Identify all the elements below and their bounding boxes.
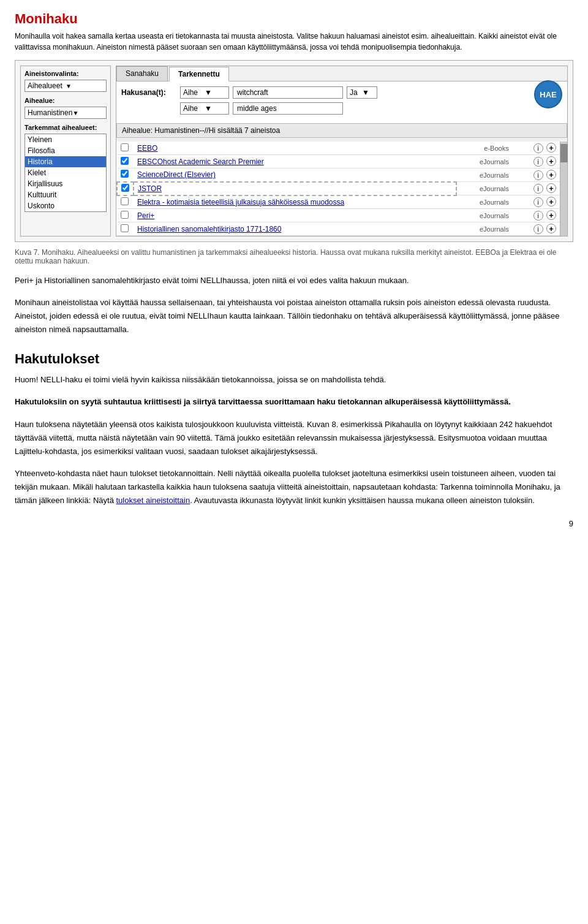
db-type-sciencedirect: eJournals	[456, 169, 512, 182]
db-type-ebsco: eJournals	[456, 155, 512, 169]
page-title: Monihaku	[15, 11, 573, 27]
aihealue-label: Aihealue:	[24, 97, 107, 104]
scrollbar[interactable]	[560, 142, 567, 236]
db-area: EEBO e-Books i + EBSCOhost Academic Sear…	[116, 142, 567, 236]
para3: Huom! NELLI-haku ei toimi vielä hyvin ka…	[15, 373, 573, 387]
scrollbar-thumb[interactable]	[560, 144, 568, 162]
list-item-filosofia[interactable]: Filosofia	[25, 145, 106, 156]
table-row: ScienceDirect (Elsevier) eJournals i +	[117, 169, 560, 182]
table-row: EBSCOhost Academic Search Premier eJourn…	[117, 155, 560, 169]
info-icon-peri[interactable]: i	[533, 211, 543, 221]
page-footer: 9	[15, 516, 573, 528]
table-row: Peri+ eJournals i +	[117, 209, 560, 222]
humanistinen-select[interactable]: Humanistinen ▼	[24, 107, 107, 119]
tarkemmat-label: Tarkemmat aihealueet:	[24, 124, 107, 131]
hakusanat-label: Hakusana(t):	[121, 88, 176, 97]
para5: Haun tuloksena näytetään yleensä otos ka…	[15, 418, 573, 458]
search-panel: Hakusana(t): Aihe ▼ Ja ▼	[116, 81, 567, 123]
list-item-historia[interactable]: Historia	[25, 156, 106, 167]
list-item-kulttuurit[interactable]: Kulttuurit	[25, 189, 106, 200]
info-icon-ebsco[interactable]: i	[533, 157, 543, 167]
tab-tarkennettu[interactable]: Tarkennettu	[169, 67, 229, 81]
db-checkbox-jstor[interactable]	[121, 184, 129, 192]
info-icon-historiallinen[interactable]: i	[533, 224, 543, 234]
table-row: Historiallinen sanomalehtikirjasto 1771-…	[117, 222, 560, 236]
aihealue-info: Aihealue: Humanistinen--//Hi sisältää 7 …	[116, 123, 567, 138]
table-row: EEBO e-Books i +	[117, 142, 560, 155]
plus-icon-peri[interactable]: +	[546, 210, 556, 220]
caption-text: Kuva 7. Monihaku. Aihealueeksi on valitt…	[15, 248, 573, 265]
db-type-historiallinen: eJournals	[456, 222, 512, 236]
info-icon-elektra[interactable]: i	[533, 197, 543, 207]
para6: Yhteenveto-kohdasta näet haun tulokset t…	[15, 467, 573, 507]
humanistinen-arrow-icon: ▼	[72, 110, 104, 116]
table-row: Elektra - kotimaisia tieteellisiä julkai…	[117, 195, 560, 209]
list-item-kielet[interactable]: Kielet	[25, 167, 106, 178]
tabs-row: Sanahaku Tarkennettu	[116, 66, 567, 81]
db-link-ebsco[interactable]: EBSCOhost Academic Search Premier	[137, 157, 264, 166]
intro-text: Monihaulla voit hakea samalla kertaa use…	[15, 31, 573, 53]
join-arrow-1-icon: ▼	[362, 88, 374, 97]
db-table: EEBO e-Books i + EBSCOhost Academic Sear…	[116, 142, 560, 236]
tulokset-aineistoittain-link[interactable]: tulokset aineistoittain	[116, 496, 190, 505]
aihealueet-select[interactable]: Aihealueet ▼	[24, 80, 107, 92]
db-type-eebo: e-Books	[456, 142, 512, 155]
plus-icon-ebsco[interactable]: +	[546, 156, 556, 166]
db-list: EEBO e-Books i + EBSCOhost Academic Sear…	[116, 142, 560, 236]
db-link-peri[interactable]: Peri+	[137, 211, 154, 220]
plus-icon-eebo[interactable]: +	[546, 143, 556, 153]
para1: Peri+ ja Historiallinen sanomalehtikirja…	[15, 274, 573, 287]
db-checkbox-eebo[interactable]	[121, 143, 129, 151]
db-checkbox-peri[interactable]	[121, 211, 129, 219]
hakutulokset-title: Hakutulokset	[15, 351, 573, 367]
info-icon-sciencedirect[interactable]: i	[533, 170, 543, 180]
db-type-peri: eJournals	[456, 209, 512, 222]
field-arrow-1-icon: ▼	[205, 88, 226, 97]
monihaku-ui: Aineistonvalinta: Aihealueet ▼ Aihealue:…	[15, 60, 573, 242]
db-link-historiallinen[interactable]: Historiallinen sanomalehtikirjasto 1771-…	[137, 225, 281, 233]
right-panel: Sanahaku Tarkennettu Hakusana(t): Aihe ▼…	[116, 66, 568, 237]
plus-icon-jstor[interactable]: +	[546, 183, 556, 193]
info-icon-eebo[interactable]: i	[533, 143, 543, 153]
para4: Hakutuloksiin on syytä suhtautua kriitti…	[15, 395, 573, 409]
db-type-elektra: eJournals	[456, 195, 512, 209]
join-select-1[interactable]: Ja ▼	[347, 86, 377, 99]
search-row-1: Hakusana(t): Aihe ▼ Ja ▼	[121, 86, 528, 99]
list-item-yleinen[interactable]: Yleinen	[25, 134, 106, 145]
info-icon-jstor[interactable]: i	[533, 184, 543, 194]
hae-button[interactable]: HAE	[534, 80, 562, 108]
plus-icon-historiallinen[interactable]: +	[546, 224, 556, 233]
search-input-1[interactable]	[233, 86, 343, 99]
db-link-jstor[interactable]: JSTOR	[138, 184, 162, 193]
plus-icon-sciencedirect[interactable]: +	[546, 170, 556, 180]
db-link-sciencedirect[interactable]: ScienceDirect (Elsevier)	[137, 170, 216, 179]
tab-sanahaku[interactable]: Sanahaku	[116, 66, 168, 81]
db-type-jstor: eJournals	[456, 182, 512, 195]
plus-icon-elektra[interactable]: +	[546, 197, 556, 206]
db-checkbox-ebsco[interactable]	[121, 157, 129, 165]
page-number: 9	[569, 519, 573, 528]
db-link-eebo[interactable]: EEBO	[137, 144, 157, 153]
aineistonvalinta-label: Aineistonvalinta:	[24, 70, 107, 77]
list-item-uskonto[interactable]: Uskonto	[25, 200, 106, 211]
db-link-elektra[interactable]: Elektra - kotimaisia tieteellisiä julkai…	[137, 198, 344, 206]
field-select-1[interactable]: Aihe ▼	[180, 86, 229, 99]
left-panel: Aineistonvalinta: Aihealueet ▼ Aihealue:…	[20, 66, 111, 237]
field-arrow-2-icon: ▼	[205, 104, 226, 113]
table-row: JSTOR eJournals i +	[117, 182, 560, 195]
aihealueet-arrow-icon: ▼	[66, 83, 104, 89]
field-select-2[interactable]: Aihe ▼	[180, 102, 229, 115]
db-checkbox-elektra[interactable]	[121, 197, 129, 205]
db-checkbox-historiallinen[interactable]	[121, 224, 129, 232]
search-input-2[interactable]	[233, 102, 343, 115]
db-checkbox-sciencedirect[interactable]	[121, 170, 129, 178]
search-row-2: Aihe ▼	[121, 102, 528, 115]
tarkemmat-list[interactable]: Yleinen Filosofia Historia Kielet Kirjal…	[24, 134, 107, 212]
list-item-kirjallisuus[interactable]: Kirjallisuus	[25, 178, 106, 189]
para2: Monihaun aineistolistaa voi käyttää haus…	[15, 296, 573, 336]
